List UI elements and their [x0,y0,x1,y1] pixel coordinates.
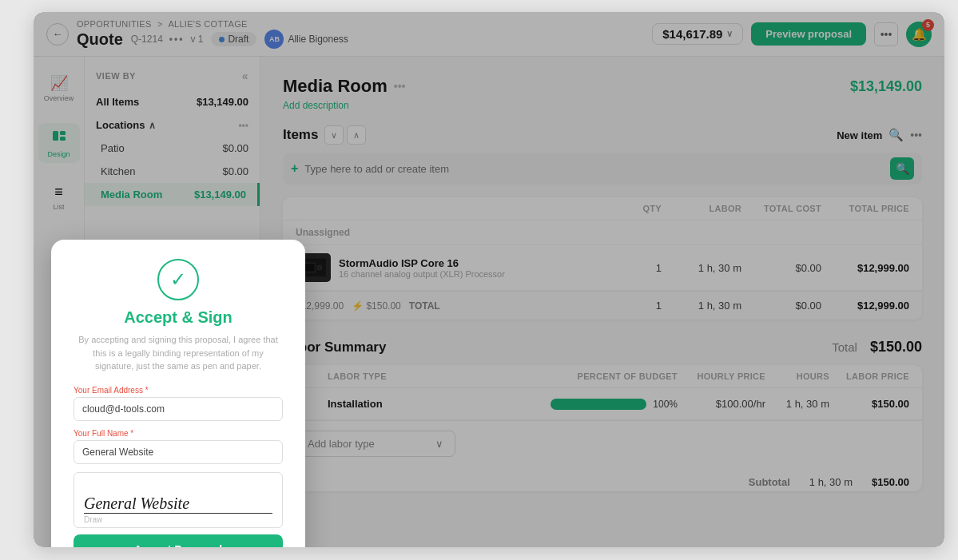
email-input[interactable] [74,397,283,421]
email-label: Your Email Address * [74,386,283,395]
check-circle-icon: ✓ [157,259,199,300]
name-field-group: Your Full Name * [74,429,283,464]
signature-area[interactable]: General Website Draw [74,472,283,528]
draw-label: Draw [84,515,272,524]
modal-subtitle: By accepting and signing this proposal, … [74,333,283,373]
signature-text: General Website [84,494,272,514]
name-label: Your Full Name * [74,429,283,438]
modal-title: Accept & Sign [74,308,283,327]
accept-proposal-button[interactable]: Accept Proposal [74,534,283,548]
accept-sign-modal: ✓ Accept & Sign By accepting and signing… [51,240,305,547]
modal-check: ✓ [74,259,283,300]
name-input[interactable] [74,440,283,464]
app-window: ← OPPORTUNITIES > ALLIE'S COTTAGE Quote … [34,12,944,547]
email-field-group: Your Email Address * [74,386,283,421]
